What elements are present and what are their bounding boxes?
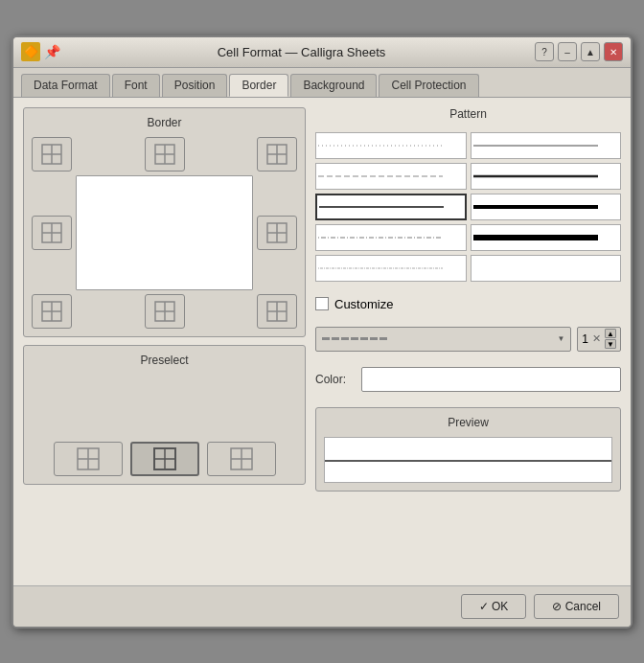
pattern-label: Pattern xyxy=(315,107,621,121)
preview-svg xyxy=(325,438,611,482)
tab-data-format[interactable]: Data Format xyxy=(21,74,110,97)
border-top-right-btn[interactable] xyxy=(257,137,297,171)
width-clear-btn[interactable]: ✕ xyxy=(592,332,601,345)
color-row: Color: xyxy=(315,367,621,392)
pattern-dashed[interactable] xyxy=(315,163,467,190)
preview-box: Preview xyxy=(315,407,621,492)
color-selector[interactable] xyxy=(361,367,621,392)
tab-cell-protection[interactable]: Cell Protection xyxy=(379,74,478,97)
pattern-empty[interactable] xyxy=(471,255,622,282)
preselect-thick-icon xyxy=(228,446,255,472)
pattern-empty-svg xyxy=(473,258,619,279)
preselect-label: Preselect xyxy=(32,354,297,367)
minimize-button[interactable]: – xyxy=(558,42,577,61)
pattern-grid xyxy=(315,132,621,282)
spin-down-btn[interactable]: ▼ xyxy=(605,339,616,349)
preselect-buttons xyxy=(32,442,297,476)
border-tc-icon xyxy=(153,143,176,166)
preselect-thick-btn[interactable] xyxy=(207,442,276,476)
pattern-dot-dash-svg xyxy=(318,227,464,248)
preselect-group: Preselect xyxy=(23,345,306,485)
ok-button[interactable]: ✓ OK xyxy=(461,594,527,619)
dash-seg-5 xyxy=(360,337,368,340)
dash-seg-3 xyxy=(341,337,349,340)
pattern-fine-dot-dash[interactable] xyxy=(315,255,467,282)
right-panel: Pattern xyxy=(315,107,621,576)
border-group-label: Border xyxy=(32,116,297,129)
pattern-dot-dash[interactable] xyxy=(315,224,467,251)
cancel-button[interactable]: ⊘ Cancel xyxy=(534,594,619,619)
border-bl-icon xyxy=(40,300,63,323)
tab-font[interactable]: Font xyxy=(112,74,160,97)
preselect-box-btn[interactable] xyxy=(130,442,199,476)
tab-border[interactable]: Border xyxy=(229,74,288,97)
preview-label: Preview xyxy=(324,416,612,429)
pattern-dashed-svg xyxy=(318,166,464,187)
help-button[interactable]: ? xyxy=(535,42,554,61)
style-dropdown[interactable]: ▼ xyxy=(315,327,571,352)
customize-label: Customize xyxy=(334,297,393,311)
dash-seg-4 xyxy=(351,337,358,340)
maximize-button[interactable]: ▲ xyxy=(581,42,600,61)
border-bottom-row xyxy=(32,294,297,329)
pattern-selected[interactable] xyxy=(315,194,467,220)
tab-position[interactable]: Position xyxy=(162,74,228,97)
left-panel: Border xyxy=(23,107,306,576)
border-bc-icon xyxy=(153,300,176,323)
pattern-very-thick[interactable] xyxy=(471,224,622,251)
border-middle-row xyxy=(32,175,297,290)
cell-format-dialog: 🔶 📌 Cell Format — Calligra Sheets ? – ▲ … xyxy=(12,35,632,629)
pattern-medium-solid[interactable] xyxy=(471,163,622,190)
pattern-thick-solid[interactable] xyxy=(471,194,622,220)
border-ml-icon xyxy=(40,221,63,244)
tabs-row: Data Format Font Position Border Backgro… xyxy=(13,68,631,97)
border-bottom-center-btn[interactable] xyxy=(145,294,185,329)
style-row: ▼ 1 ✕ ▲ ▼ xyxy=(315,327,621,352)
customize-checkbox[interactable] xyxy=(315,297,329,310)
width-spinner: ▲ ▼ xyxy=(605,329,616,349)
preview-inner xyxy=(324,437,612,483)
border-preview-area[interactable] xyxy=(76,175,253,290)
tab-background[interactable]: Background xyxy=(290,74,377,97)
footer: ✓ OK ⊘ Cancel xyxy=(13,585,631,627)
pattern-fine-dot-dash-svg xyxy=(318,258,464,279)
color-label: Color: xyxy=(315,373,354,386)
border-mr-icon xyxy=(265,221,288,244)
border-bottom-left-btn[interactable] xyxy=(32,294,72,329)
dash-seg-6 xyxy=(370,337,378,340)
pin-icon: 📌 xyxy=(44,44,60,59)
style-dropdown-arrow: ▼ xyxy=(557,334,564,343)
dash-seg-1 xyxy=(322,337,330,340)
border-top-left-btn[interactable] xyxy=(32,137,72,171)
pattern-medium-solid-svg xyxy=(473,166,619,187)
titlebar: 🔶 📌 Cell Format — Calligra Sheets ? – ▲ … xyxy=(13,37,631,68)
border-br-icon xyxy=(265,300,288,323)
pattern-thin-solid-svg xyxy=(473,135,619,156)
content-area: Border xyxy=(13,97,631,585)
preselect-box-icon xyxy=(151,446,178,472)
border-top-row xyxy=(32,137,297,171)
spin-up-btn[interactable]: ▲ xyxy=(605,329,616,338)
dash-pattern-display xyxy=(322,337,553,340)
dash-seg-7 xyxy=(380,337,387,340)
app-icon: 🔶 xyxy=(21,42,40,61)
window-title: Cell Format — Calligra Sheets xyxy=(68,45,535,59)
window-controls: ? – ▲ ✕ xyxy=(535,42,623,61)
width-value[interactable]: 1 xyxy=(582,332,588,346)
border-tr-icon xyxy=(265,143,288,166)
border-tl-icon xyxy=(40,143,63,166)
pattern-selected-svg xyxy=(319,196,463,217)
pattern-thin-solid[interactable] xyxy=(471,132,622,159)
border-top-center-btn[interactable] xyxy=(145,137,185,171)
preselect-spacer xyxy=(32,375,297,403)
border-middle-left-btn[interactable] xyxy=(32,216,72,250)
border-bottom-right-btn[interactable] xyxy=(257,294,297,329)
border-group: Border xyxy=(23,107,306,337)
pattern-dotted[interactable] xyxy=(315,132,467,159)
preselect-none-btn[interactable] xyxy=(54,442,123,476)
close-button[interactable]: ✕ xyxy=(604,42,623,61)
width-input: 1 ✕ ▲ ▼ xyxy=(577,327,621,352)
pattern-dotted-svg xyxy=(318,135,464,156)
preselect-none-icon xyxy=(75,446,102,472)
border-middle-right-btn[interactable] xyxy=(257,216,297,250)
